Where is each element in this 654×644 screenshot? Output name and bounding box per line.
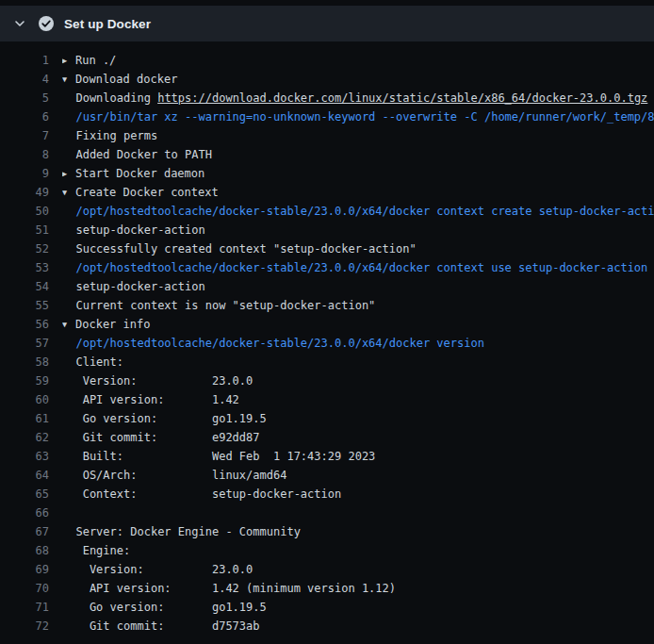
- line-number[interactable]: 70: [0, 579, 49, 598]
- log-line: 61 Go version: go1.19.5: [0, 409, 654, 428]
- line-number[interactable]: 66: [0, 504, 49, 522]
- log-text: Git commit: d7573ab: [62, 617, 654, 636]
- log-text: Downloading: [62, 91, 157, 105]
- log-line: 71 Go version: go1.19.5: [0, 598, 654, 617]
- group-label: Create Docker context: [75, 186, 219, 199]
- line-number[interactable]: 8: [0, 145, 49, 164]
- line-number[interactable]: 54: [0, 277, 49, 296]
- log-text: OS/Arch: linux/amd64: [62, 466, 654, 485]
- line-number[interactable]: 72: [0, 617, 49, 636]
- line-number[interactable]: 51: [0, 221, 49, 239]
- line-number[interactable]: 55: [0, 296, 49, 315]
- line-number[interactable]: 9: [0, 164, 49, 183]
- line-number[interactable]: 63: [0, 447, 49, 466]
- log-group-toggle[interactable]: ▶Run ./: [62, 51, 654, 70]
- log-group-toggle[interactable]: ▼Download docker: [62, 70, 654, 89]
- log-line: 54 setup-docker-action: [0, 277, 654, 296]
- log-group-toggle[interactable]: ▶Start Docker daemon: [62, 164, 654, 183]
- log-line: 62 Git commit: e92dd87: [0, 428, 654, 447]
- log-group-toggle[interactable]: ▼Docker info: [62, 315, 654, 334]
- log-text: Fixing perms: [62, 126, 654, 145]
- step-title: Set up Docker: [64, 17, 151, 31]
- log-text: Downloading https://download.docker.com/…: [62, 89, 654, 107]
- triangle-right-icon: ▶: [62, 51, 75, 70]
- check-circle-icon: [38, 15, 55, 32]
- log-line: 68 Engine:: [0, 541, 654, 560]
- line-number[interactable]: 60: [0, 390, 49, 409]
- log-command: /opt/hostedtoolcache/docker-stable/23.0.…: [62, 258, 654, 277]
- log-line: 59 Version: 23.0.0: [0, 372, 654, 390]
- line-number[interactable]: 7: [0, 126, 49, 145]
- log-link[interactable]: https://download.docker.com/linux/static…: [157, 91, 647, 105]
- log-text: setup-docker-action: [62, 221, 654, 239]
- line-number[interactable]: 53: [0, 258, 49, 277]
- line-number[interactable]: 49: [0, 183, 49, 202]
- log-line: 1▶Run ./: [0, 51, 654, 70]
- triangle-right-icon: ▶: [62, 164, 75, 183]
- log-group-toggle[interactable]: ▼Create Docker context: [62, 183, 654, 202]
- log-line: 4▼Download docker: [0, 70, 654, 89]
- log-text: Engine:: [62, 541, 654, 560]
- log-line: 51 setup-docker-action: [0, 221, 654, 239]
- log-text: Client:: [62, 353, 654, 372]
- group-label: Download docker: [75, 73, 177, 86]
- line-number[interactable]: 59: [0, 372, 49, 390]
- line-number[interactable]: 69: [0, 560, 49, 579]
- log-line: 60 API version: 1.42: [0, 390, 654, 409]
- log-text: Go version: go1.19.5: [62, 409, 654, 428]
- line-number[interactable]: 65: [0, 485, 49, 504]
- triangle-down-icon: ▼: [62, 70, 75, 89]
- log-line: 66: [0, 504, 654, 522]
- log-line: 67 Server: Docker Engine - Community: [0, 522, 654, 541]
- line-number[interactable]: 57: [0, 334, 49, 353]
- log-text: Git commit: e92dd87: [62, 428, 654, 447]
- line-number[interactable]: 67: [0, 522, 49, 541]
- log-text: Built: Wed Feb 1 17:43:29 2023: [62, 447, 654, 466]
- log-line: 58 Client:: [0, 353, 654, 372]
- line-number[interactable]: 5: [0, 89, 49, 107]
- log-line: 49▼Create Docker context: [0, 183, 654, 202]
- log-line: 53 /opt/hostedtoolcache/docker-stable/23…: [0, 258, 654, 277]
- line-number[interactable]: 1: [0, 51, 49, 70]
- log-text: [62, 504, 654, 522]
- log-text: Go version: go1.19.5: [62, 598, 654, 617]
- log-line: 69 Version: 23.0.0: [0, 560, 654, 579]
- log-text: Added Docker to PATH: [62, 145, 654, 164]
- log-text: API version: 1.42 (minimum version 1.12): [62, 579, 654, 598]
- line-number[interactable]: 6: [0, 107, 49, 126]
- line-number[interactable]: 61: [0, 409, 49, 428]
- log-text: Version: 23.0.0: [62, 560, 654, 579]
- log-line: 6 /usr/bin/tar xz --warning=no-unknown-k…: [0, 107, 654, 126]
- step-header[interactable]: Set up Docker: [0, 6, 654, 41]
- line-number[interactable]: 64: [0, 466, 49, 485]
- line-number[interactable]: 58: [0, 353, 49, 372]
- line-number[interactable]: 71: [0, 598, 49, 617]
- log-text: Context: setup-docker-action: [62, 485, 654, 504]
- chevron-down-icon[interactable]: [13, 17, 26, 30]
- line-number[interactable]: 4: [0, 70, 49, 89]
- group-label: Start Docker daemon: [75, 167, 204, 180]
- log-line: 7 Fixing perms: [0, 126, 654, 145]
- log-text: API version: 1.42: [62, 390, 654, 409]
- line-number[interactable]: 68: [0, 541, 49, 560]
- log-text: setup-docker-action: [62, 277, 654, 296]
- log-command: /usr/bin/tar xz --warning=no-unknown-key…: [62, 107, 654, 126]
- log-text: Current context is now "setup-docker-act…: [62, 296, 654, 315]
- log-text: Version: 23.0.0: [62, 372, 654, 390]
- log-line: 8 Added Docker to PATH: [0, 145, 654, 164]
- log-line: 9▶Start Docker daemon: [0, 164, 654, 183]
- log-command: /opt/hostedtoolcache/docker-stable/23.0.…: [62, 334, 654, 353]
- log-line: 50 /opt/hostedtoolcache/docker-stable/23…: [0, 202, 654, 221]
- log-line: 72 Git commit: d7573ab: [0, 617, 654, 636]
- group-label: Run ./: [75, 54, 116, 67]
- line-number[interactable]: 50: [0, 202, 49, 221]
- line-number[interactable]: 56: [0, 315, 49, 334]
- line-number[interactable]: 52: [0, 239, 49, 258]
- log-line: 63 Built: Wed Feb 1 17:43:29 2023: [0, 447, 654, 466]
- log-lines: 1▶Run ./4▼Download docker5 Downloading h…: [0, 41, 654, 636]
- line-number[interactable]: 62: [0, 428, 49, 447]
- log-line: 5 Downloading https://download.docker.co…: [0, 89, 654, 107]
- log-line: 52 Successfully created context "setup-d…: [0, 239, 654, 258]
- triangle-down-icon: ▼: [62, 315, 75, 334]
- log-line: 56▼Docker info: [0, 315, 654, 334]
